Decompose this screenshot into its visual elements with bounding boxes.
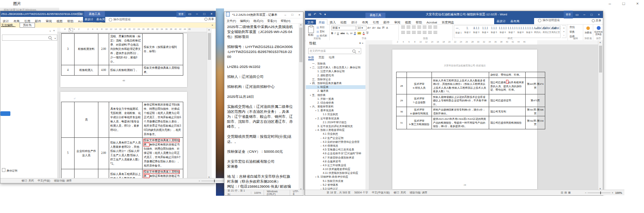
align-left-icon[interactable] [401, 31, 405, 35]
close-icon[interactable]: × [53, 29, 55, 32]
align-right-icon[interactable] [412, 31, 416, 35]
vertical-scrollbar[interactable] [598, 40, 603, 191]
expand-arrow-icon[interactable]: ▾ [314, 109, 317, 112]
close-button[interactable]: × [596, 11, 602, 18]
heading-item[interactable]: 1. 开标一览表 [306, 97, 365, 101]
heading-item[interactable]: ▾2. 近年财务状况表 [306, 117, 365, 121]
minimize-button[interactable]: – [604, 0, 616, 7]
style-item[interactable]: 1.1.1.1.标题 8 [516, 26, 525, 38]
style-item[interactable]: 1.1.1.1标题 6 [498, 26, 507, 38]
title-bar[interactable]: ▤ ↶ ↷ ▾ 表格工具 大安市宏信石油机械有限公司-辅助刹车装置-12.02开… [305, 11, 603, 18]
heading-item[interactable]: 2. 授权委托书 [306, 74, 365, 78]
chevron-down-icon[interactable]: ▾ [359, 41, 361, 45]
minimize-button[interactable]: – [194, 11, 200, 17]
view-buttons[interactable]: ▥▤▦ [561, 191, 571, 194]
editing-command[interactable]: 替换 [569, 30, 583, 34]
heading-item[interactable]: ▾5. 详细评审-商务评分响应 [306, 175, 365, 179]
scrollbar-thumb[interactable] [208, 33, 211, 60]
selected-result-highlight[interactable] [0, 111, 10, 116]
scrollbar-thumb[interactable] [599, 46, 602, 73]
clipboard-mini-button[interactable]: 复制 [317, 30, 327, 33]
save-as-button[interactable]: 另存为 [20, 23, 35, 28]
expand-arrow-icon[interactable]: ▾ [314, 117, 317, 121]
close-button[interactable]: × [296, 12, 302, 18]
share-button[interactable]: 共享 [204, 17, 214, 21]
bullets-icon[interactable] [401, 26, 405, 29]
borders-icon[interactable] [433, 31, 437, 35]
zoom-control[interactable]: −+ 100% [585, 192, 622, 194]
character-border-icon[interactable]: A [386, 26, 388, 29]
expand-arrow-icon[interactable]: ▹ [320, 183, 323, 187]
heading-item[interactable]: ▹4.4 信用情况 [306, 144, 365, 148]
redo-icon[interactable]: ↷ [319, 11, 322, 18]
bold-icon[interactable]: B [331, 32, 333, 35]
addins-icon[interactable] [586, 26, 590, 30]
sign-in-button[interactable]: 登录 [564, 11, 573, 18]
maximize-button[interactable]: □ [289, 12, 295, 18]
nav-pane-tab[interactable]: 页面 [319, 56, 324, 60]
close-icon[interactable]: × [362, 41, 363, 45]
minimize-button[interactable]: – [282, 12, 289, 18]
font-color-icon[interactable]: A [363, 31, 365, 35]
maximize-button[interactable]: □ [618, 0, 629, 7]
save-icon[interactable]: ▤ [308, 11, 311, 18]
document-page[interactable]: ↵ 员具有专业力学性能测试、无损检测、金相检验、化学成分分析等相关专业检验人员，… [60, 92, 187, 179]
expand-arrow-icon[interactable]: ▾ [309, 93, 312, 97]
heading-item[interactable]: 4.10 技术规格要求响应 [306, 167, 365, 171]
heading-item[interactable]: 4.11 供货期及投标保证金响应 [306, 171, 365, 175]
enclose-characters-icon[interactable]: 字 [366, 31, 369, 35]
horizontal-ruler[interactable]: 2468101214161820222426283032343638404244… [365, 40, 600, 45]
ribbon-options-icon[interactable]: ▭ [186, 11, 193, 17]
decrease-indent-icon[interactable] [417, 26, 421, 29]
strikethrough-icon[interactable]: abc [340, 32, 345, 35]
expand-arrow-icon[interactable]: ▹ [320, 140, 323, 144]
ribbon-options-icon[interactable]: ▭ [574, 11, 580, 18]
tell-me-search[interactable]: 操作说明搜索 [109, 17, 131, 22]
style-item[interactable]: AaBbCcDd表内正文... [551, 26, 560, 38]
font-size-select[interactable]: 10 ▾ [357, 26, 367, 30]
heading-item[interactable]: ▾五、报价表 [306, 93, 365, 97]
baidu-netdisk-icon[interactable] [597, 26, 601, 30]
ribbon-tab[interactable]: 表设计 [494, 18, 508, 24]
nav-item[interactable]: 身份证明 [2, 168, 17, 173]
title-bar[interactable]: 2511-ZBGK0006-LHYTWZGS2201-B295780153781… [0, 11, 216, 17]
heading-item[interactable]: 2. 综合报价表 [306, 101, 365, 105]
style-item[interactable]: 一、标题 1 [454, 26, 463, 38]
style-item[interactable]: 1.1.1标题 4 [481, 26, 490, 38]
vertical-ruler[interactable] [365, 45, 369, 191]
heading-item[interactable]: 4.5 非集团公司三类黑名单 [306, 148, 365, 152]
search-document-input[interactable]: 在文档中搜索▾ [308, 48, 361, 54]
increase-indent-icon[interactable] [423, 26, 427, 29]
expand-arrow-icon[interactable]: ▾ [309, 81, 312, 85]
document-area[interactable]: 2468101214161820222426283032343638404244… [365, 40, 600, 191]
paste-icon[interactable] [308, 26, 314, 33]
expand-arrow-icon[interactable]: ▹ [320, 136, 323, 140]
status-item[interactable]: 中文(中国大陆) [372, 191, 390, 194]
justify-icon[interactable] [417, 31, 421, 35]
heading-item[interactable]: 5.1 投标文件质量 [306, 179, 365, 183]
nav-pane-tab[interactable]: 标题 [308, 56, 314, 60]
undo-icon[interactable]: ↶ [314, 11, 317, 18]
chevron-down-icon[interactable]: ⌄ [49, 29, 51, 32]
heading-item[interactable]: ▹4.9 近三年销售业绩 [306, 163, 365, 167]
heading-item[interactable]: 三、投标保证金 [306, 78, 365, 81]
highlight-icon[interactable]: ab [357, 32, 361, 35]
minimize-button[interactable]: – [581, 11, 588, 18]
zoom-slider[interactable] [201, 181, 224, 181]
status-item[interactable]: 中文(中国) [38, 179, 50, 182]
search-input[interactable]: ▾ [2, 35, 57, 41]
heading-item[interactable]: ▾1. 基本情况表 [306, 109, 365, 112]
menu-item[interactable]: 帮助(H) [281, 19, 290, 23]
horizontal-ruler[interactable]: L 86422468101214161820222426283032343638… [57, 28, 212, 32]
text-editor[interactable]: 2025年二级物资集中采购A25大类抽油机安全辅助刹车装置（JC2025-WII… [224, 23, 294, 191]
status-item[interactable]: 辅助功能: 调查 [54, 179, 72, 182]
expand-arrow-icon[interactable]: ▾ [309, 105, 312, 109]
change-case-icon[interactable]: Aa [377, 26, 381, 29]
heading-item[interactable]: ▾四、投标响应表及偏差表 [306, 81, 365, 85]
heading-item[interactable]: ▾六、资格审查资料 [306, 105, 365, 109]
vertical-scrollbar[interactable] [299, 23, 303, 191]
heading-item[interactable]: 2. 偏差表 [306, 89, 365, 93]
paste-button[interactable]: 粘贴 [307, 33, 315, 37]
heading-item[interactable]: 4.1 营业执照 [306, 132, 365, 136]
status-item[interactable]: 修订: 关闭 [22, 179, 34, 182]
